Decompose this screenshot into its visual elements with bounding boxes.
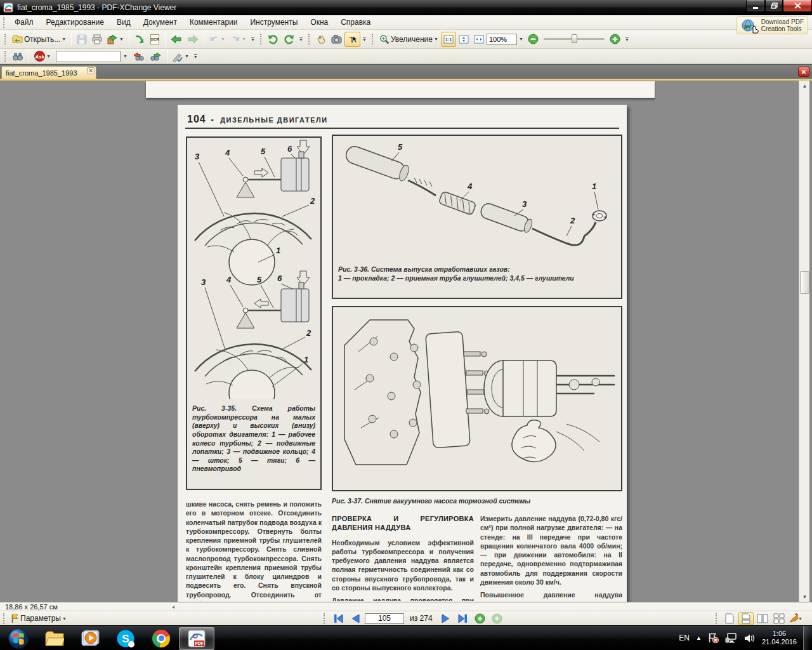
taskbar-skype[interactable]: S — [108, 627, 143, 650]
pdf-page[interactable]: 104 • ДИЗЕЛЬНЫЕ ДВИГАТЕЛИ — [178, 105, 627, 602]
scroll-up-button[interactable]: ▲ — [800, 81, 809, 91]
volume-icon[interactable] — [744, 633, 756, 643]
layout-grip[interactable] — [716, 613, 717, 624]
search-button[interactable] — [10, 49, 26, 64]
toolbar-grip[interactable] — [260, 34, 262, 44]
toolbar-overflow-button[interactable]: ▼ — [298, 37, 304, 41]
ocr-button[interactable]: OCR — [147, 32, 162, 47]
zoom-dropdown-arrow[interactable]: ▼ — [434, 37, 438, 41]
ask-search-button[interactable]: Ask▼ — [32, 49, 53, 64]
tab-fiat-croma[interactable]: fiat_croma_1985_1993 ✕ — [1, 66, 96, 79]
next-view-button[interactable] — [490, 612, 505, 625]
menu-edit[interactable]: Редактирование — [40, 16, 110, 29]
action-center-flag-icon[interactable] — [708, 633, 719, 643]
last-page-button[interactable] — [455, 612, 471, 625]
find-previous-button[interactable] — [130, 49, 147, 64]
show-desktop-button[interactable] — [803, 626, 809, 650]
single-page-layout-button[interactable] — [722, 612, 737, 625]
menu-document[interactable]: Документ — [137, 16, 183, 29]
pointer-dropdown-arrow[interactable]: ▼ — [798, 616, 802, 621]
continuous-facing-layout-button[interactable] — [771, 612, 787, 625]
send-button[interactable] — [132, 32, 147, 47]
minimize-button[interactable] — [746, 0, 765, 12]
tray-expand-icon[interactable]: ▲ — [696, 635, 702, 641]
zoom-slider[interactable] — [544, 38, 605, 40]
options-button[interactable]: Параметры ▼ — [8, 611, 69, 626]
restore-button[interactable] — [765, 0, 783, 12]
previous-view-button[interactable] — [473, 612, 488, 625]
zoom-tool-button[interactable]: Увеличение▼ — [377, 32, 441, 47]
tab-close-icon[interactable]: ✕ — [87, 67, 95, 74]
menu-windows[interactable]: Окна — [304, 16, 334, 29]
fit-width-button[interactable] — [471, 32, 487, 47]
spellcheck-dropdown-arrow[interactable]: ▼ — [185, 54, 189, 58]
language-indicator[interactable]: EN — [679, 633, 690, 642]
next-page-button[interactable] — [438, 612, 454, 625]
actual-size-button[interactable]: 1:1 — [441, 32, 456, 47]
menu-tools[interactable]: Инструменты — [244, 16, 304, 29]
close-document-button[interactable]: ✕ — [798, 67, 809, 77]
previous-page-button[interactable] — [348, 612, 363, 625]
options-dropdown-arrow[interactable]: ▼ — [62, 616, 67, 621]
menu-grip[interactable] — [3, 17, 5, 28]
toolbar-grip[interactable] — [308, 34, 310, 44]
open-button[interactable]: Открыть...▼ — [10, 32, 69, 47]
start-button[interactable] — [0, 627, 37, 650]
toolbar-overflow-button[interactable]: ▼ — [192, 54, 199, 58]
select-text-tool-button[interactable]: T — [344, 32, 360, 47]
go-forward-button[interactable] — [185, 32, 201, 47]
undo-button[interactable]: ▼ — [207, 32, 228, 47]
export-dropdown-arrow[interactable]: ▼ — [119, 37, 124, 41]
scroll-down-button[interactable]: ▼ — [800, 592, 809, 602]
spellcheck-button[interactable]: ▼ — [170, 49, 192, 64]
ask-dropdown-arrow[interactable]: ▼ — [46, 54, 51, 58]
zoom-slider-thumb[interactable] — [572, 34, 577, 43]
first-page-button[interactable] — [331, 612, 346, 625]
taskbar-pdf-xchange[interactable]: PDF — [179, 627, 214, 650]
rotate-ccw-button[interactable] — [265, 32, 281, 47]
find-next-button[interactable] — [147, 49, 164, 64]
menu-file[interactable]: Файл — [8, 16, 40, 29]
export-button[interactable]: ▼ — [105, 32, 126, 47]
taskbar-explorer[interactable] — [37, 627, 72, 650]
zoom-level-dropdown-arrow[interactable]: ▼ — [519, 37, 523, 41]
zoom-level-input[interactable] — [487, 34, 517, 45]
toolbar-grip[interactable] — [4, 51, 6, 62]
print-button[interactable] — [89, 32, 105, 47]
toolbar-overflow-button[interactable]: ▼ — [249, 37, 256, 41]
statusbar-grip[interactable] — [3, 613, 5, 624]
fit-page-button[interactable] — [456, 32, 471, 47]
taskbar-chrome[interactable] — [143, 627, 179, 650]
download-pdf-tools-button[interactable]: Download PDFCreation Tools — [737, 17, 808, 34]
rotate-cw-button[interactable] — [281, 32, 297, 47]
menu-view[interactable]: Вид — [110, 16, 137, 29]
go-back-button[interactable] — [168, 32, 185, 47]
toolbar-overflow-button[interactable]: ▼ — [624, 37, 631, 41]
hand-tool-button[interactable] — [313, 32, 329, 47]
search-history-dropdown-arrow[interactable]: ▼ — [123, 54, 128, 58]
clock[interactable]: 1:06 21.04.2016 — [762, 630, 797, 646]
save-button[interactable] — [74, 32, 89, 47]
scrollbar-thumb[interactable] — [800, 271, 809, 294]
collapse-arrow-icon[interactable]: ◂ — [172, 604, 175, 610]
pointer-tool-button[interactable]: ▼ — [788, 612, 803, 625]
undo-dropdown-arrow[interactable]: ▼ — [221, 37, 225, 41]
zoom-out-button[interactable] — [525, 32, 541, 47]
search-input[interactable] — [56, 51, 121, 62]
open-dropdown-arrow[interactable]: ▼ — [62, 37, 66, 41]
toolbar-grip[interactable] — [4, 34, 6, 44]
redo-dropdown-arrow[interactable]: ▼ — [242, 37, 246, 41]
network-icon[interactable] — [725, 633, 738, 643]
zoom-in-button[interactable] — [607, 32, 623, 47]
close-button[interactable] — [783, 0, 812, 12]
taskbar-media-player[interactable] — [72, 627, 108, 650]
menu-comments[interactable]: Комментарии — [183, 16, 244, 29]
snapshot-button[interactable] — [329, 32, 344, 47]
nav-grip[interactable] — [324, 613, 325, 624]
page-number-input[interactable] — [365, 613, 404, 624]
redo-button[interactable]: ▼ — [228, 32, 249, 47]
facing-pages-layout-button[interactable] — [755, 612, 770, 625]
toolbar-overflow-button[interactable]: ▼ — [361, 37, 368, 41]
continuous-layout-button[interactable] — [738, 612, 754, 625]
menu-help[interactable]: Справка — [334, 16, 377, 29]
